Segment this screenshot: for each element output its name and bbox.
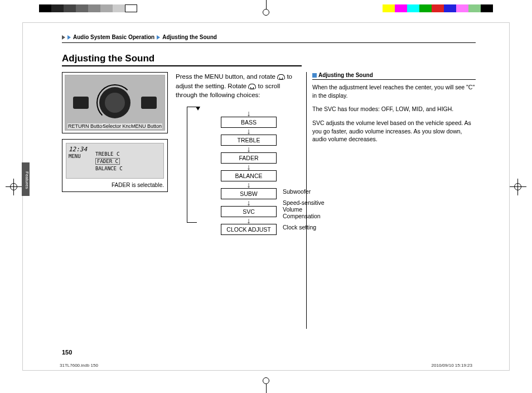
sidebar-p2: The SVC has four modes: OFF, LOW, MID, a…: [312, 105, 476, 113]
flow-option: FADER: [221, 152, 277, 164]
lcd-box: 12:34 MENU TREBLE C FADER C BALANCE C FA…: [62, 139, 168, 192]
flow-note: Subwoofer: [283, 188, 333, 195]
flow-note: Clock setting: [283, 224, 333, 231]
flow-option: SUBW: [221, 188, 277, 199]
control-photo: SEL PUSH ENTER RETURN Button Selector Kn…: [65, 75, 165, 131]
flow-option: BASS: [221, 117, 277, 128]
flow-option: BALANCE: [221, 170, 277, 181]
page-title: Adjusting the Sound: [62, 53, 302, 66]
return-button-graphic: [73, 97, 89, 109]
control-photo-box: SEL PUSH ENTER RETURN Button Selector Kn…: [62, 72, 168, 133]
sidebar-p1: When the adjustment level reaches the ce…: [312, 83, 476, 99]
footer-file: 31TL7600.indb 150: [60, 363, 98, 368]
knob-icon: [277, 74, 285, 80]
instructions: Press the MENU button, and rotate to adj…: [176, 72, 298, 100]
registration-cross-icon: [510, 179, 526, 195]
registration-cross-icon: [6, 179, 22, 195]
menu-button-graphic: [141, 97, 157, 109]
lcd-display: 12:34 MENU TREBLE C FADER C BALANCE C: [66, 143, 164, 179]
breadcrumb-b: Adjusting the Sound: [162, 34, 217, 40]
crop-circle-icon: [263, 9, 269, 16]
flow-bracket: [187, 107, 197, 223]
sidebar-heading: Adjusting the Sound: [312, 72, 476, 80]
side-tab: Features: [22, 162, 30, 196]
triangle-icon: [67, 35, 71, 40]
knob-icon: [248, 84, 256, 89]
callout-return: RETURN Button: [67, 123, 105, 129]
square-icon: [312, 73, 317, 78]
lcd-line2: FADER C: [95, 158, 120, 165]
flow-option: CLOCK ADJUST: [221, 224, 277, 235]
flow-option: TREBLE: [221, 135, 277, 146]
callout-menu: MENU Button: [130, 123, 162, 129]
lcd-menu-label: MENU: [69, 154, 81, 159]
page-number: 150: [62, 349, 72, 356]
menu-flow: ↓BASS ↓TREBLE ↓FADER ↓BALANCE ↓SUBWSubwo…: [176, 110, 298, 235]
flow-option: SVC: [221, 206, 277, 217]
lcd-line1: TREBLE C: [95, 151, 119, 157]
sidebar-p3: SVC adjusts the volume level based on th…: [312, 119, 476, 143]
triangle-icon: [157, 35, 160, 40]
triangle-icon: [62, 35, 65, 40]
breadcrumb-a: Audio System Basic Operation: [73, 34, 154, 40]
selector-knob-graphic: SEL PUSH ENTER: [99, 87, 130, 118]
knob-label: SEL PUSH ENTER: [107, 96, 123, 109]
lcd-caption: FADER is selectable.: [66, 182, 164, 188]
breadcrumb: Audio System Basic Operation Adjusting t…: [62, 34, 476, 43]
footer-timestamp: 2010/09/10 15:19:23: [432, 363, 472, 368]
lcd-time: 12:34: [69, 146, 87, 153]
lcd-line3: BALANCE C: [95, 166, 123, 171]
crop-circle-icon: [263, 377, 269, 384]
sidebar-heading-text: Adjusting the Sound: [318, 72, 373, 78]
flow-note: Speed-sensitive Volume Compensation: [283, 199, 333, 219]
callout-selector: Selector Knob: [102, 123, 135, 129]
